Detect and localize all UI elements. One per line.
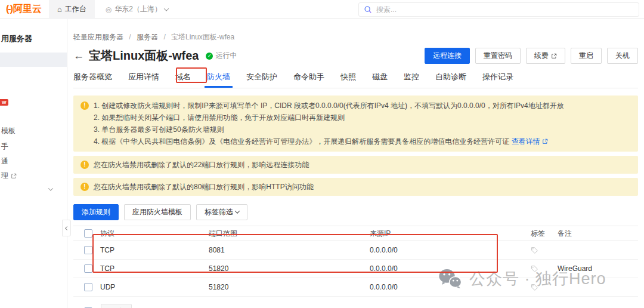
notice-line: 3. 单台服务器最多可创建50条防火墙规则 (94, 124, 564, 135)
tab-command-assistant[interactable]: 命令助手 (293, 72, 324, 88)
tab-self-diagnosis[interactable]: 自助诊断 (435, 72, 466, 88)
external-link-icon (11, 173, 17, 179)
page-header: ← 宝塔Linux面板-wfea ✓ 运行中 远程连接 重置密码 续费 重启 关… (73, 48, 638, 64)
cell-port: 51820 (209, 283, 370, 291)
breadcrumb-current: 宝塔Linux面板-wfea (171, 33, 234, 41)
cell-source: 0.0.0.0/0 (370, 283, 531, 291)
aliyun-logo[interactable]: (-) 阿里云 (6, 3, 42, 16)
notice-line-text: 4. 根据《中华人民共和国电信条例》及《电信业务经营许可管理办法》，开展递归解析… (94, 137, 509, 146)
sidebar-collapse-handle[interactable] (62, 220, 71, 236)
sidebar-item-template[interactable]: 模板 (1, 126, 16, 136)
view-details-label: 查看详情 (512, 135, 540, 147)
notice-line: 4. 根据《中华人民共和国电信条例》及《电信业务经营许可管理办法》，开展递归解析… (94, 135, 564, 147)
tab-app-details[interactable]: 应用详情 (128, 72, 159, 88)
external-link-icon (551, 53, 557, 59)
select-all-checkbox[interactable] (84, 229, 92, 238)
workbench-button[interactable]: ⌂ 工作台 (49, 0, 95, 19)
tab-security[interactable]: 安全防护 (246, 72, 277, 88)
status-text: 运行中 (215, 51, 237, 61)
renew-button[interactable]: 续费 (526, 48, 565, 64)
port22-warning-text: 您在防火墙禁用或删除了默认的22端口放行规则，影响远程连接功能 (94, 159, 309, 171)
add-rule-button[interactable]: 添加规则 (73, 204, 119, 220)
location-icon: ◎ (106, 5, 112, 14)
back-arrow-icon[interactable]: ← (73, 50, 84, 62)
tag-filter-dropdown[interactable]: 标签筛选 (196, 204, 247, 220)
port80-warning-text: 您在防火墙禁用或删除了默认的80端口放行规则，影响HTTP访问功能 (94, 181, 314, 193)
table-row: UDP 51820 0.0.0.0/0 (73, 278, 638, 297)
breadcrumb-separator: / (129, 33, 131, 41)
warning-icon: ! (80, 101, 89, 110)
col-port: 端口范围 (209, 229, 370, 239)
cell-protocol: TCP (100, 264, 209, 273)
row-checkbox[interactable] (84, 246, 92, 254)
tag-icon[interactable] (531, 284, 538, 291)
status-badge: ✓ 运行中 (206, 51, 237, 61)
aliyun-logo-text: 阿里云 (13, 3, 42, 16)
bulk-action-row: 删除 (73, 304, 638, 308)
table-row: TCP 8081 0.0.0.0/0 (73, 241, 638, 260)
sidebar-item-selected[interactable] (0, 53, 67, 67)
renew-label: 续费 (534, 51, 549, 61)
search-icon (364, 5, 372, 14)
tab-snapshot[interactable]: 快照 (340, 72, 356, 88)
tab-domain[interactable]: 域名 (175, 72, 191, 88)
cell-source: 0.0.0.0/0 (370, 264, 531, 273)
breadcrumb: 轻量应用服务器 / 服务器 / 宝塔Linux面板-wfea (73, 32, 638, 42)
region-selector[interactable]: ◎ 华东2（上海） (106, 4, 168, 14)
port80-warning: ! 您在防火墙禁用或删除了默认的80端口放行规则，影响HTTP访问功能 (73, 178, 638, 196)
restart-button[interactable]: 重启 (571, 48, 602, 64)
rules-toolbar: 添加规则 应用防火墙模板 标签筛选 (73, 204, 638, 220)
breadcrumb-link-console[interactable]: 轻量应用服务器 (73, 33, 123, 41)
port22-warning: ! 您在防火墙禁用或删除了默认的22端口放行规则，影响远程连接功能 (73, 156, 638, 174)
tab-server-overview[interactable]: 服务器概览 (73, 72, 112, 88)
tag-filter-label: 标签筛选 (205, 207, 233, 217)
table-row: TCP 51820 0.0.0.0/0 WireGuard (73, 260, 638, 278)
topbar: (-) 阿里云 ⌂ 工作台 ◎ 华东2（上海） (0, 0, 644, 19)
main-content: 轻量应用服务器 / 服务器 / 宝塔Linux面板-wfea ← 宝塔Linux… (67, 19, 644, 308)
external-link-icon (542, 138, 548, 144)
sidebar-collapse-chevron-icon[interactable] (48, 186, 53, 190)
col-remark: 备注 (558, 229, 638, 239)
row-checkbox[interactable] (84, 283, 92, 291)
tab-operation-log[interactable]: 操作记录 (482, 72, 513, 88)
sidebar-item-manage[interactable]: 理 (1, 171, 17, 181)
sidebar: 用服务器 W 模板 手 通 理 (0, 19, 67, 308)
chevron-down-icon (164, 6, 169, 11)
breadcrumb-link-servers[interactable]: 服务器 (137, 33, 158, 41)
home-icon: ⌂ (57, 5, 62, 14)
tab-disk[interactable]: 磁盘 (372, 72, 388, 88)
view-details-link[interactable]: 查看详情 (512, 135, 548, 147)
col-source: 来源IP (370, 229, 531, 239)
global-search[interactable] (358, 2, 639, 17)
breadcrumb-separator: / (163, 33, 165, 41)
aliyun-logo-icon: (-) (6, 4, 12, 14)
search-input[interactable] (376, 5, 634, 14)
cell-port: 8081 (209, 246, 370, 254)
region-label: 华东2（上海） (114, 4, 162, 14)
cell-protocol: UDP (100, 283, 209, 291)
cell-source: 0.0.0.0/0 (370, 246, 531, 254)
sidebar-item-label: 理 (1, 171, 8, 181)
tab-firewall[interactable]: 防火墙 (207, 72, 230, 88)
tab-bar: 服务器概览 应用详情 域名 防火墙 安全防护 命令助手 快照 磁盘 监控 自助诊… (73, 72, 638, 88)
tab-monitoring[interactable]: 监控 (404, 72, 419, 88)
col-protocol: 协议 (100, 229, 209, 239)
new-badge: W (0, 99, 8, 106)
apply-firewall-template-button[interactable]: 应用防火墙模板 (124, 204, 191, 220)
col-tag: 标签 (531, 229, 558, 239)
sidebar-item-assistant[interactable]: 手 (1, 141, 8, 152)
shutdown-button[interactable]: 关机 (607, 48, 638, 64)
cell-remark: WireGuard (558, 264, 638, 273)
tag-icon[interactable] (531, 265, 538, 273)
row-checkbox[interactable] (84, 264, 92, 273)
tag-icon[interactable] (531, 247, 538, 254)
notice-line: 2. 如果想临时关闭某个端口，请使用禁用功能，免于开放对应端口时再新建规则 (94, 112, 564, 124)
page-title: 宝塔Linux面板-wfea (89, 48, 199, 64)
running-check-icon: ✓ (206, 53, 213, 60)
reset-password-button[interactable]: 重置密码 (475, 48, 521, 64)
remote-connect-button[interactable]: 远程连接 (425, 48, 470, 64)
chevron-left-icon (65, 226, 69, 230)
delete-button[interactable]: 删除 (101, 304, 132, 308)
workbench-label: 工作台 (65, 4, 86, 14)
sidebar-item-connect[interactable]: 通 (1, 156, 8, 167)
